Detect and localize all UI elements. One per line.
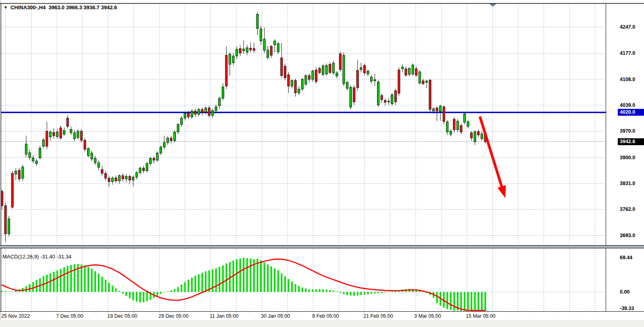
candle: [270, 45, 272, 58]
candle: [11, 171, 13, 208]
macd-bar: [63, 267, 65, 292]
macd-bar: [436, 292, 438, 303]
candle: [167, 137, 169, 145]
macd-bar: [302, 287, 303, 292]
macd-bar: [81, 265, 82, 292]
price-axis-label: 3900.0: [620, 155, 635, 160]
candle: [198, 108, 200, 117]
macd-bar: [315, 289, 317, 292]
candle: [256, 12, 258, 35]
candle: [101, 166, 103, 175]
candle: [163, 136, 165, 150]
candle: [305, 74, 307, 86]
candle: [135, 171, 138, 179]
candle: [374, 74, 376, 86]
candle: [139, 167, 141, 175]
candle: [156, 152, 158, 162]
macd-bar: [291, 281, 293, 292]
candle: [322, 64, 324, 76]
candle: [63, 127, 65, 136]
price-axis-label: 4247.0: [620, 25, 635, 30]
candle: [160, 146, 162, 155]
candle: [232, 53, 234, 65]
candle: [125, 174, 127, 183]
macd-bar: [136, 292, 138, 302]
macd-axis-label: 69.44: [620, 255, 632, 260]
candle: [267, 46, 269, 60]
candle: [367, 69, 369, 76]
macd-bar: [8, 292, 10, 292]
candle: [77, 129, 79, 140]
collapse-triangle-icon[interactable]: ▼: [4, 6, 8, 10]
candle: [353, 85, 355, 105]
chart-window: ▼ CHINA300-,H4 3963.0 3966.3 3936.7 3942…: [0, 0, 644, 327]
candle: [49, 131, 51, 141]
candle: [263, 27, 265, 53]
macd-bar: [170, 290, 172, 292]
macd-bar: [281, 273, 282, 292]
macd-bar: [125, 292, 127, 296]
candle: [356, 60, 358, 90]
candle: [450, 129, 452, 137]
macd-bar: [360, 292, 362, 295]
candle: [377, 80, 379, 107]
macd-bar: [88, 267, 89, 292]
macd-bar: [391, 291, 393, 292]
macd-bar: [343, 292, 344, 294]
time-axis-label: 25 Nov 2022: [1, 314, 30, 319]
macd-bar: [143, 292, 144, 302]
candle: [360, 63, 362, 73]
candle: [80, 129, 82, 143]
macd-bar: [194, 276, 196, 292]
panel-splitter[interactable]: [0, 246, 644, 248]
candle: [239, 46, 241, 56]
macd-bar: [25, 286, 27, 292]
candle: [329, 62, 331, 74]
macd-bar: [198, 274, 200, 292]
chart-canvas[interactable]: [0, 0, 644, 327]
macd-indicator-label: MACD(12,26,9) -31.40 -31.34: [2, 254, 71, 260]
current-price-tag: 3942.6: [618, 138, 644, 145]
candle: [4, 203, 6, 242]
time-axis-label: 30 Jan 05:00: [261, 314, 290, 319]
candle: [453, 117, 455, 133]
candle: [343, 52, 345, 86]
candle: [325, 64, 327, 76]
candle: [153, 156, 155, 164]
candle: [219, 97, 221, 109]
candle: [481, 131, 483, 140]
annotations-layer[interactable]: [480, 4, 506, 198]
price-axis-label: 4177.0: [620, 51, 635, 56]
candle: [229, 52, 231, 76]
candle: [281, 43, 283, 78]
macd-bar: [1, 291, 3, 292]
macd-bar: [53, 272, 54, 292]
macd-bar: [112, 285, 113, 292]
macd-bar: [481, 292, 483, 311]
candle: [115, 175, 117, 183]
macd-bar: [336, 292, 338, 292]
macd-bar: [60, 269, 62, 292]
chart-shift-marker-icon[interactable]: [489, 4, 496, 7]
macd-bar: [326, 290, 327, 292]
level-lines: [1, 112, 606, 142]
candle: [401, 64, 403, 72]
trend-arrow-head[interactable]: [498, 185, 506, 198]
trend-arrow-line[interactable]: [480, 117, 502, 186]
candle: [22, 165, 24, 181]
macd-bar: [388, 292, 390, 292]
candle: [208, 106, 210, 118]
candle: [201, 107, 203, 116]
time-axis-label: 11 Jan 05:00: [210, 314, 238, 319]
macd-bar: [119, 291, 120, 292]
candle: [32, 155, 34, 163]
macd-bar: [312, 290, 313, 292]
macd-bar: [467, 292, 469, 311]
macd-bar: [274, 269, 275, 292]
time-axis-label: 21 Feb 05:00: [363, 314, 393, 319]
candle: [464, 112, 466, 125]
macd-bar: [271, 267, 272, 292]
candle: [15, 168, 17, 180]
price-axis-label: 3762.0: [620, 207, 635, 212]
macd-bar: [346, 292, 348, 295]
